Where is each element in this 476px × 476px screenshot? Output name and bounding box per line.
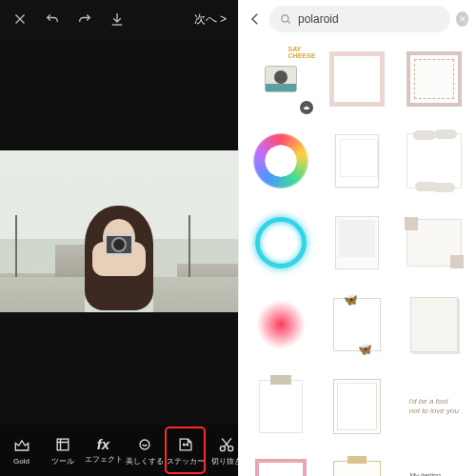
svg-point-1 xyxy=(140,440,149,449)
sticker-grid: SAY CHEESE 🦋🦋 i'd be a fool not to love … xyxy=(239,38,476,476)
tool-label: Gold xyxy=(13,457,30,466)
sticker-text: i'd be a fool not to love you xyxy=(409,397,459,415)
sticker-text-darling[interactable]: My darling, you're all I want to be your… xyxy=(398,449,470,476)
back-icon[interactable] xyxy=(247,10,264,28)
tool-sticker[interactable]: ステッカー xyxy=(166,427,205,473)
search-row xyxy=(239,0,476,38)
svg-point-3 xyxy=(186,444,188,446)
sticker-frame-plain[interactable] xyxy=(321,122,393,200)
search-box[interactable] xyxy=(269,6,450,32)
tool-beauty[interactable]: 美しくする xyxy=(125,427,164,473)
sticker-text: SAY CHEESE xyxy=(288,46,316,59)
sticker-polaroid-frame[interactable] xyxy=(321,204,393,282)
photo-editor-panel: 次へ > Gold xyxy=(0,0,238,476)
sticker-frame-pink[interactable] xyxy=(321,40,393,118)
tool-label: 美しくする xyxy=(126,456,164,466)
gold-badge-icon xyxy=(300,101,313,114)
sticker-ring-cyan[interactable] xyxy=(245,204,317,282)
editor-canvas[interactable] xyxy=(0,38,238,425)
tool-label: ツール xyxy=(51,456,74,466)
search-icon xyxy=(279,12,292,26)
redo-icon[interactable] xyxy=(76,10,93,28)
editor-toolbar: Gold ツール fx エフェクト 美しくする ステッカー 切り抜き xyxy=(0,425,238,476)
sticker-ring-rainbow[interactable] xyxy=(245,122,317,200)
svg-point-6 xyxy=(282,15,288,22)
sticker-polaroid-tape[interactable] xyxy=(245,367,317,446)
search-input[interactable] xyxy=(298,12,441,26)
tool-label: 切り抜き xyxy=(211,456,239,466)
download-icon[interactable] xyxy=(109,10,126,28)
svg-rect-0 xyxy=(57,439,69,450)
close-icon[interactable] xyxy=(11,10,29,28)
sticker-frame-clouds[interactable] xyxy=(398,122,470,200)
next-button[interactable]: 次へ > xyxy=(194,11,227,28)
editor-topbar: 次へ > xyxy=(0,0,238,38)
clear-search-icon[interactable] xyxy=(456,11,468,27)
tool-effect[interactable]: fx エフェクト xyxy=(84,427,123,473)
sticker-frame-paper[interactable] xyxy=(398,286,470,364)
sticker-frame-pastel-pink[interactable] xyxy=(245,449,317,476)
tool-label: エフェクト xyxy=(85,454,123,465)
sticker-frame-thin[interactable] xyxy=(321,367,393,446)
sticker-frame-dotted[interactable] xyxy=(398,40,470,118)
edited-photo xyxy=(0,150,238,312)
svg-point-2 xyxy=(183,444,185,446)
sticker-frame-gold-clip[interactable] xyxy=(321,449,393,476)
sticker-glow-red[interactable] xyxy=(245,286,317,364)
undo-icon[interactable] xyxy=(44,10,61,28)
tool-cutout[interactable]: 切り抜き xyxy=(207,427,238,473)
sticker-browser-panel: SAY CHEESE 🦋🦋 i'd be a fool not to love … xyxy=(238,0,476,476)
tool-tools[interactable]: ツール xyxy=(43,427,82,473)
sticker-frame-butterfly[interactable]: 🦋🦋 xyxy=(321,286,393,364)
sticker-text: My darling, you're all I want to be your… xyxy=(410,472,459,477)
sticker-polaroid-camera[interactable]: SAY CHEESE xyxy=(245,40,317,118)
sticker-frame-corners[interactable] xyxy=(398,204,470,282)
sticker-text-fool[interactable]: i'd be a fool not to love you xyxy=(398,367,470,446)
tool-gold[interactable]: Gold xyxy=(2,427,41,473)
tool-label: ステッカー xyxy=(167,456,205,466)
